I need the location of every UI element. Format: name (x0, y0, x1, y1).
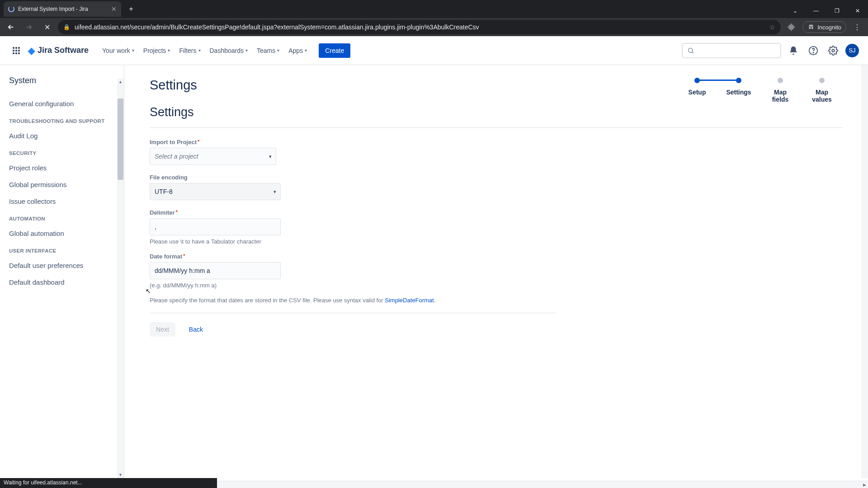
user-avatar[interactable]: SJ (845, 44, 859, 57)
new-tab-button[interactable]: + (125, 3, 137, 15)
search-input[interactable] (682, 43, 781, 58)
loading-spinner-icon (8, 6, 14, 12)
app-switcher-icon[interactable] (9, 43, 24, 58)
scroll-up-icon[interactable]: ▲ (118, 80, 123, 84)
sidebar-item-default-dashboard[interactable]: Default dashboard (0, 274, 124, 291)
chevron-down-icon: ▾ (198, 48, 201, 53)
delimiter-help: Please use \t to have a Tabulator charac… (150, 238, 557, 245)
nav-teams[interactable]: Teams▾ (253, 44, 283, 57)
tab-search-icon[interactable]: ⌄ (785, 4, 806, 18)
nav-filters[interactable]: Filters▾ (175, 44, 204, 57)
sidebar-scrollbar[interactable]: ▲ ▼ (117, 79, 124, 478)
divider (150, 127, 843, 128)
date-format-example: (e.g. dd/MMM/yy h:mm a) (150, 282, 557, 289)
date-format-label: Date format* (150, 253, 557, 260)
wizard-step-map-fields[interactable]: Mapfields (760, 78, 801, 103)
date-format-input[interactable] (150, 262, 281, 279)
lock-icon: 🔒 (63, 24, 70, 30)
sidebar-item-issue-collectors[interactable]: Issue collectors (0, 193, 124, 210)
browser-toolbar: ✕ 🔒 uifeed.atlassian.net/secure/admin/Bu… (0, 18, 868, 36)
chevron-down-icon: ▾ (269, 154, 272, 160)
file-encoding-label: File encoding (150, 174, 557, 181)
delimiter-label: Delimiter* (150, 209, 557, 216)
close-window-button[interactable]: ✕ (847, 4, 868, 18)
file-encoding-select[interactable]: UTF-8 (150, 183, 281, 200)
delimiter-input[interactable] (150, 218, 281, 235)
browser-menu-icon[interactable]: ⋮ (850, 20, 864, 34)
sidebar-heading: TROUBLESHOOTING AND SUPPORT (0, 112, 124, 127)
help-icon[interactable] (806, 43, 821, 58)
chevron-down-icon: ▾ (132, 48, 134, 53)
minimize-button[interactable]: — (806, 4, 826, 18)
wizard-steps: SetupSettingsMapfieldsMapvalues (676, 78, 843, 103)
notifications-icon[interactable] (786, 43, 801, 58)
url-text: uifeed.atlassian.net/secure/admin/BulkCr… (75, 23, 765, 31)
close-tab-icon[interactable]: ✕ (111, 5, 117, 13)
chevron-down-icon: ▾ (305, 48, 307, 53)
wizard-step-setup[interactable]: Setup (676, 78, 718, 103)
next-button[interactable]: Next (150, 322, 175, 337)
import-project-label: Import to Project* (150, 139, 557, 145)
product-logo[interactable]: ◆ Jira Software (28, 45, 89, 56)
browser-tab[interactable]: External System Import - Jira ✕ (4, 1, 121, 17)
nav-dashboards[interactable]: Dashboards▾ (206, 44, 252, 57)
sidebar-heading: SECURITY (0, 144, 124, 160)
wizard-step-map-values[interactable]: Mapvalues (801, 78, 843, 103)
import-project-select[interactable]: Select a project (150, 148, 276, 165)
main-content: Settings SetupSettingsMapfieldsMapvalues… (124, 65, 868, 478)
incognito-indicator[interactable]: Incognito (802, 21, 846, 33)
sidebar-item-global-permissions[interactable]: Global permissions (0, 176, 124, 193)
app-header: ◆ Jira Software Your work▾Projects▾Filte… (0, 36, 868, 65)
svg-point-2 (689, 48, 693, 52)
chevron-down-icon: ▾ (168, 48, 170, 53)
back-button[interactable] (4, 20, 18, 34)
search-icon (687, 47, 694, 54)
settings-icon[interactable] (826, 43, 841, 58)
forward-button[interactable] (22, 20, 36, 34)
step-dot-icon (778, 78, 783, 83)
nav-projects[interactable]: Projects▾ (140, 44, 174, 57)
maximize-button[interactable]: ❐ (826, 4, 847, 18)
section-title: Settings (150, 105, 843, 119)
scrollbar-thumb[interactable] (118, 99, 123, 180)
svg-point-0 (809, 27, 811, 29)
svg-point-5 (832, 49, 835, 52)
address-bar[interactable]: 🔒 uifeed.atlassian.net/secure/admin/Bulk… (58, 20, 781, 34)
simpledateformat-link[interactable]: SimpleDateFormat (385, 297, 434, 304)
sidebar-item-general-configuration[interactable]: General configuration (0, 95, 124, 112)
date-format-help: Please specify the format that dates are… (150, 297, 557, 304)
svg-point-4 (813, 52, 813, 52)
back-button[interactable]: Back (183, 322, 209, 337)
bookmark-icon[interactable]: ☆ (769, 23, 775, 31)
sidebar-item-project-roles[interactable]: Project roles (0, 160, 124, 176)
jira-logo-icon: ◆ (28, 45, 35, 56)
sidebar-item-audit-log[interactable]: Audit Log (0, 127, 124, 144)
stop-reload-button[interactable]: ✕ (40, 20, 54, 34)
step-dot-icon (736, 78, 741, 83)
sidebar-heading: AUTOMATION (0, 210, 124, 225)
chevron-down-icon: ▾ (274, 189, 276, 195)
extensions-icon[interactable] (784, 20, 799, 34)
sidebar: System General configurationTROUBLESHOOT… (0, 65, 124, 478)
step-dot-icon (819, 78, 825, 83)
nav-apps[interactable]: Apps▾ (285, 44, 311, 57)
wizard-step-settings[interactable]: Settings (718, 78, 760, 103)
scroll-down-icon[interactable]: ▼ (118, 473, 123, 477)
chevron-down-icon: ▾ (277, 48, 279, 53)
primary-nav: Your work▾Projects▾Filters▾Dashboards▾Te… (99, 44, 311, 57)
create-button[interactable]: Create (319, 43, 350, 58)
incognito-icon (807, 23, 815, 31)
sidebar-item-global-automation[interactable]: Global automation (0, 225, 124, 242)
chevron-down-icon: ▾ (245, 48, 248, 53)
browser-tab-strip: External System Import - Jira ✕ + ⌄ — ❐ … (0, 0, 868, 18)
tab-title: External System Import - Jira (18, 6, 108, 12)
sidebar-title: System (0, 76, 124, 95)
nav-your-work[interactable]: Your work▾ (99, 44, 138, 57)
svg-point-1 (811, 27, 813, 29)
sidebar-item-default-user-preferences[interactable]: Default user preferences (0, 257, 124, 274)
main-scrollbar[interactable] (861, 65, 868, 478)
sidebar-heading: USER INTERFACE (0, 242, 124, 257)
